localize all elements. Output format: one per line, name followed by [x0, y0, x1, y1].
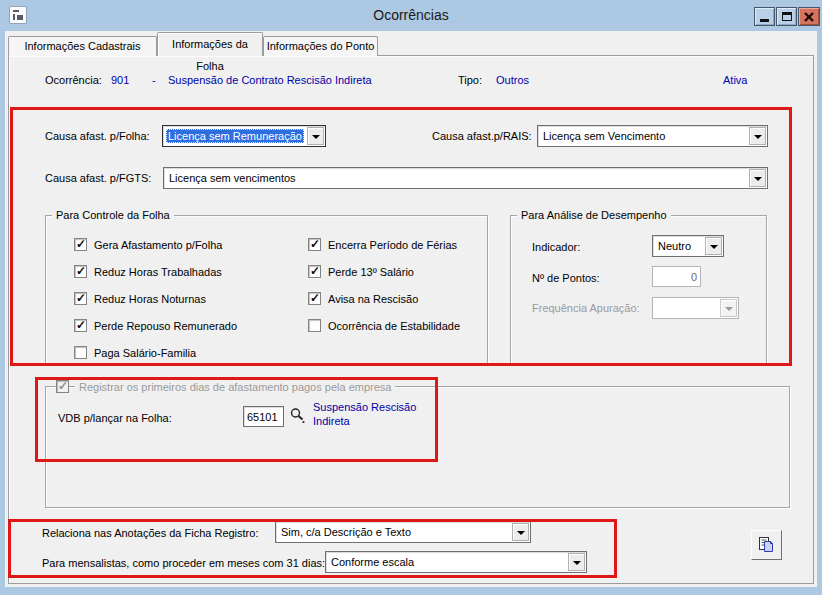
- check-icon: ✓: [310, 264, 320, 278]
- copy-icon: [757, 536, 775, 554]
- chevron-down-icon: [710, 245, 718, 249]
- checkbox-ocorrencia-estabilidade-label: Ocorrência de Estabilidade: [328, 320, 460, 333]
- tab-informacoes-do-ponto[interactable]: Informações do Ponto: [263, 36, 378, 56]
- checkbox-perde-repouso-label: Perde Repouso Remunerado: [94, 320, 237, 333]
- vdb-description-line1: Suspensão Rescisão: [313, 401, 416, 414]
- causa-folha-label: Causa afast. p/Folha:: [45, 130, 150, 143]
- status-badge: Ativa: [723, 74, 747, 87]
- causa-fgts-combobox[interactable]: Licença sem vencimentos: [163, 167, 768, 189]
- close-icon: [803, 11, 815, 23]
- controle-folha-legend: Para Controle da Folha: [52, 209, 174, 222]
- check-icon: ✓: [58, 379, 68, 393]
- checkbox-gera-afastamento-label: Gera Afastamento p/Folha: [94, 239, 222, 252]
- checkbox-encerra-ferias[interactable]: ✓: [308, 238, 321, 251]
- vdb-description-line2: Indireta: [313, 415, 350, 428]
- frequencia-value: [656, 301, 717, 315]
- ficha-registro-combobox[interactable]: Sim, c/a Descrição e Texto: [275, 521, 531, 543]
- ficha-registro-dropdown-button[interactable]: [512, 523, 529, 541]
- indicador-label: Indicador:: [532, 241, 580, 254]
- mensalistas-label: Para mensalistas, como proceder em meses…: [42, 557, 325, 570]
- vdb-input[interactable]: [243, 406, 284, 427]
- chevron-down-icon: [573, 561, 581, 565]
- type-value: Outros: [496, 74, 529, 87]
- checkbox-avisa-rescisao[interactable]: ✓: [308, 292, 321, 305]
- window-title: Ocorrências: [0, 7, 822, 23]
- causa-folha-dropdown-button[interactable]: [307, 127, 324, 145]
- indicador-value: Neutro: [656, 239, 702, 253]
- ficha-registro-value: Sim, c/a Descrição e Texto: [279, 525, 509, 539]
- check-icon: ✓: [310, 237, 320, 251]
- mensalistas-dropdown-button[interactable]: [568, 553, 585, 571]
- causa-fgts-dropdown-button[interactable]: [749, 169, 766, 187]
- checkbox-reduz-horas-trabalhadas-label: Reduz Horas Trabalhadas: [94, 266, 222, 279]
- registrar-groupbox: [45, 386, 790, 508]
- occurrence-name: Suspensão de Contrato Rescisão Indireta: [168, 74, 372, 87]
- chevron-down-icon: [754, 135, 762, 139]
- chevron-down-icon: [517, 531, 525, 535]
- checkbox-reduz-horas-trabalhadas[interactable]: ✓: [74, 265, 87, 278]
- check-icon: ✓: [310, 291, 320, 305]
- mensalistas-combobox[interactable]: Conforme escala: [325, 551, 587, 573]
- check-icon: ✓: [76, 291, 86, 305]
- indicador-dropdown-button[interactable]: [705, 237, 722, 255]
- causa-fgts-value: Licença sem vencimentos: [167, 171, 746, 185]
- lookup-icon[interactable]: [289, 407, 307, 425]
- frequencia-combobox[interactable]: [652, 297, 739, 319]
- checkbox-ocorrencia-estabilidade[interactable]: [308, 319, 321, 332]
- causa-rais-label: Causa afast.p/RAIS:: [432, 130, 532, 143]
- maximize-button[interactable]: [776, 7, 797, 26]
- checkbox-reduz-horas-noturnas[interactable]: ✓: [74, 292, 87, 305]
- close-button[interactable]: [798, 7, 820, 26]
- mensalistas-value: Conforme escala: [329, 555, 565, 569]
- checkbox-perde-13-salario[interactable]: ✓: [308, 265, 321, 278]
- ficha-registro-label: Relaciona nas Anotações da Ficha Registr…: [42, 527, 258, 540]
- causa-folha-combobox[interactable]: Licença sem Remuneração: [162, 125, 326, 147]
- minimize-button[interactable]: [754, 7, 775, 26]
- checkbox-avisa-rescisao-label: Avisa na Rescisão: [328, 293, 418, 306]
- frequencia-dropdown-button: [720, 299, 737, 317]
- pontos-label: Nº de Pontos:: [532, 272, 600, 285]
- copy-button[interactable]: [751, 530, 782, 560]
- maximize-icon: [782, 12, 792, 21]
- occurrences-window: Ocorrências Informações Cadastrais Infor…: [0, 0, 822, 595]
- check-icon: ✓: [76, 237, 86, 251]
- occurrence-label: Ocorrência:: [45, 74, 102, 87]
- pontos-input[interactable]: [652, 266, 701, 287]
- minimize-icon: [760, 19, 769, 22]
- checkbox-registrar-primeiros-dias: ✓: [56, 380, 69, 393]
- analise-desempenho-groupbox: Para Análise de Desempenho: [510, 215, 767, 365]
- checkbox-paga-salario-familia-label: Paga Salário-Familia: [94, 347, 196, 360]
- check-icon: ✓: [76, 318, 86, 332]
- checkbox-reduz-horas-noturnas-label: Reduz Horas Noturnas: [94, 293, 206, 306]
- indicador-combobox[interactable]: Neutro: [652, 235, 724, 257]
- causa-rais-dropdown-button[interactable]: [749, 127, 766, 145]
- checkbox-encerra-ferias-label: Encerra Período de Férias: [328, 239, 457, 252]
- causa-folha-value: Licença sem Remuneração: [166, 129, 304, 143]
- analise-desempenho-legend: Para Análise de Desempenho: [517, 209, 671, 222]
- causa-fgts-label: Causa afast. p/FGTS:: [45, 172, 151, 185]
- check-icon: ✓: [76, 264, 86, 278]
- causa-rais-value: Licença sem Vencimento: [541, 129, 746, 143]
- chevron-down-icon: [725, 307, 733, 311]
- occurrence-separator: -: [152, 74, 156, 87]
- controle-folha-groupbox: Para Controle da Folha: [45, 215, 488, 365]
- causa-rais-combobox[interactable]: Licença sem Vencimento: [537, 125, 768, 147]
- checkbox-perde-13-salario-label: Perde 13º Salário: [328, 266, 414, 279]
- frequencia-label: Frequência Apuração:: [532, 302, 640, 315]
- checkbox-perde-repouso[interactable]: ✓: [74, 319, 87, 332]
- checkbox-gera-afastamento[interactable]: ✓: [74, 238, 87, 251]
- checkbox-registrar-primeiros-dias-label: Registrar os primeiros dias de afastamen…: [75, 381, 395, 394]
- tab-informacoes-cadastrais[interactable]: Informações Cadastrais: [8, 36, 157, 56]
- vdb-label: VDB p/lançar na Folha:: [58, 412, 172, 425]
- title-bar: Ocorrências: [0, 0, 822, 31]
- checkbox-paga-salario-familia[interactable]: [74, 346, 87, 359]
- chevron-down-icon: [312, 135, 320, 139]
- chevron-down-icon: [754, 177, 762, 181]
- type-label: Tipo:: [458, 74, 482, 87]
- occurrence-number: 901: [111, 74, 129, 87]
- tab-informacoes-da-folha[interactable]: Informações da Folha: [157, 32, 263, 56]
